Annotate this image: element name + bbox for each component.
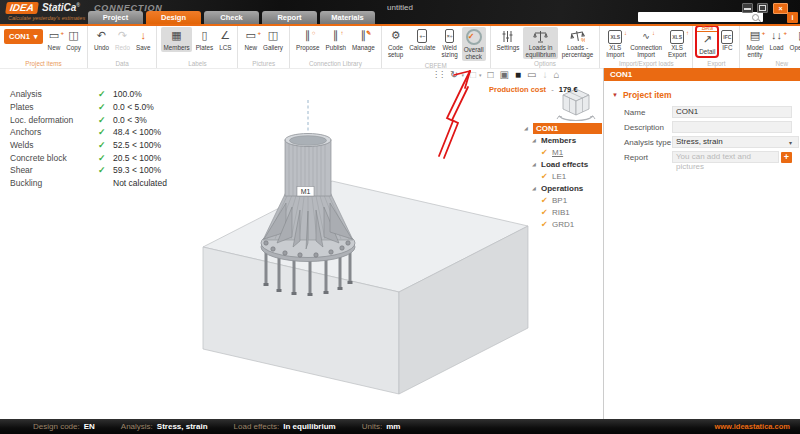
scales-percentage-icon: %	[570, 30, 585, 43]
search-box[interactable]	[638, 12, 763, 22]
collapse-triangle-icon[interactable]: ▼	[612, 92, 618, 98]
manage-icon: ∥✎	[361, 28, 367, 43]
operation-button[interactable]: ◪+ Operation	[788, 27, 800, 52]
zoom-dropdown-icon[interactable]: ▾	[479, 72, 482, 78]
tab-report[interactable]: Report	[262, 11, 317, 24]
xls-export-button[interactable]: XLS↑ XLS Export	[666, 27, 688, 59]
con1-dropdown-button[interactable]: CON1 ▾	[4, 29, 43, 44]
plates-toggle[interactable]: ▯ Plates	[194, 27, 216, 52]
gallery-button[interactable]: ◫ Gallery	[261, 27, 285, 52]
xls-icon: XLS	[670, 30, 684, 44]
result-row: Welds✓52.5 < 100%	[10, 139, 167, 152]
result-row: Loc. deformation✓0.0 < 3%	[10, 113, 167, 126]
orbit-dropdown-icon[interactable]: ▾	[461, 72, 464, 78]
check-icon: ✔	[541, 220, 552, 229]
group-data: ↶ Undo ↷ Redo ↓ Save Data	[88, 26, 157, 68]
group-project-items: CON1 ▾ ▭+ New ◫ Copy Project items	[0, 26, 88, 68]
publish-icon: ∥↑	[333, 28, 339, 43]
new-document-icon: ▭+	[49, 28, 59, 43]
member-tag[interactable]: M1	[297, 187, 314, 197]
model-tree: ◢CON1 ◢Members ✔M1 ◢Load effects ✔LE1 ◢O…	[524, 122, 602, 230]
loads-in-equilibrium-toggle[interactable]: Loads in equilibrium	[523, 27, 557, 59]
check-ok-icon: ✓	[98, 153, 113, 163]
add-report-button[interactable]: +	[781, 152, 792, 163]
lcs-toggle[interactable]: ∠ LCS	[217, 27, 233, 52]
weld-sizing-button[interactable]: ×÷ Weld sizing	[440, 27, 460, 59]
check-ok-icon: ✓	[98, 165, 113, 175]
description-field[interactable]	[672, 121, 792, 133]
members-toggle[interactable]: ▦ Members	[161, 27, 191, 52]
view-cube-outline-icon[interactable]: □	[487, 69, 493, 80]
orbit-icon[interactable]: ↻	[450, 69, 458, 80]
expander-icon[interactable]: ◢	[532, 161, 541, 167]
check-circle-icon: ✓	[466, 29, 482, 45]
manage-button[interactable]: ∥✎ Manage	[350, 27, 377, 52]
check-results-panel: Analysis✓100.0% Plates✓0.0 < 5.0% Loc. d…	[10, 88, 167, 190]
propose-button[interactable]: ∥○ Propose	[294, 27, 321, 52]
view-cube-shaded-icon[interactable]: ▣	[500, 69, 509, 80]
expander-icon[interactable]: ◢	[532, 137, 541, 143]
overall-check-toggle[interactable]: ✓ Overall check	[462, 27, 486, 61]
tagline: Calculate yesterday's estimates	[8, 15, 85, 21]
tree-group-members[interactable]: Members	[541, 136, 576, 145]
load-button[interactable]: ↓↓+ Load	[768, 27, 786, 52]
copy-item-button[interactable]: ◫ Copy	[64, 27, 83, 52]
view-cube-solid-icon[interactable]: ■	[515, 69, 521, 80]
tree-group-load-effects[interactable]: Load effects	[541, 160, 588, 169]
check-icon: ✔	[541, 148, 552, 157]
model-viewport[interactable]: M1	[180, 85, 560, 403]
save-button[interactable]: ↓ Save	[134, 27, 152, 52]
undo-button[interactable]: ↶ Undo	[92, 27, 111, 52]
minimize-button[interactable]	[742, 3, 753, 13]
expander-icon[interactable]: ◢	[524, 125, 533, 131]
publish-button[interactable]: ∥↑ Publish	[323, 27, 348, 52]
pointer-icon[interactable]: ⋮⋮	[432, 70, 444, 79]
code-setup-button[interactable]: ⚙ Code setup	[386, 27, 405, 59]
sliders-icon	[501, 30, 514, 43]
info-button[interactable]: i	[787, 12, 798, 23]
propose-icon: ∥○	[305, 28, 311, 43]
report-field[interactable]: You can add text and pictures	[672, 151, 779, 163]
tree-item-bp1[interactable]: BP1	[552, 196, 567, 205]
tab-design[interactable]: Design	[146, 11, 201, 24]
tab-project[interactable]: Project	[88, 11, 143, 24]
check-ok-icon: ✓	[98, 115, 113, 125]
close-button[interactable]: ×	[773, 3, 788, 14]
website-link[interactable]: www.ideastatica.com	[714, 422, 790, 431]
tree-item-rib1[interactable]: RIB1	[552, 208, 570, 217]
comment-icon[interactable]: ▭	[527, 69, 536, 80]
result-row: Anchors✓48.4 < 100%	[10, 126, 167, 139]
lcs-icon: ∠	[220, 28, 230, 43]
ifc-icon: IFC	[721, 30, 733, 44]
gear-icon: ⚙	[391, 28, 401, 43]
group-cbfem: ⚙ Code setup +− Calculate ×÷ Weld sizing…	[382, 26, 491, 68]
tree-group-operations[interactable]: Operations	[541, 184, 583, 193]
home-view-icon[interactable]: ⌂	[553, 69, 559, 80]
search-input[interactable]	[638, 14, 752, 21]
xls-import-button[interactable]: XLS↓ XLS Import	[604, 27, 626, 59]
ifc-export-button[interactable]: IFC IFC	[719, 27, 735, 52]
maximize-button[interactable]	[757, 3, 768, 13]
expander-icon[interactable]: ◢	[532, 185, 541, 191]
analysis-type-select[interactable]: Stress, strain	[672, 136, 799, 148]
tree-item-grd1[interactable]: GRD1	[552, 220, 574, 229]
new-picture-button[interactable]: ▭+ New	[242, 27, 259, 52]
loads-percentage-button[interactable]: % Loads - percentage	[560, 27, 596, 59]
group-export: Beta ↗ Detail IFC IFC Export	[693, 26, 740, 68]
copy-icon: ◫	[68, 28, 78, 43]
status-load-effects: Load effects:In equilibrium	[234, 422, 336, 431]
connection-import-button[interactable]: ∿↓ Connection Import	[628, 27, 664, 59]
name-field[interactable]	[672, 106, 792, 118]
tree-root-con1[interactable]: CON1	[533, 123, 602, 134]
tab-check[interactable]: Check	[204, 11, 259, 24]
tree-item-m1[interactable]: M1	[552, 148, 563, 157]
tree-item-le1[interactable]: LE1	[552, 172, 566, 181]
calculate-button[interactable]: +− Calculate	[407, 27, 437, 52]
settings-button[interactable]: Settings	[495, 27, 522, 52]
new-item-button[interactable]: ▭+ New	[46, 27, 63, 52]
tab-materials[interactable]: Materials	[320, 11, 375, 24]
model-entity-button[interactable]: ▤+ Model entity	[744, 27, 765, 59]
scales-icon	[533, 30, 548, 43]
accent-divider	[0, 24, 800, 26]
detail-export-button[interactable]: Beta ↗ Detail	[697, 27, 717, 56]
